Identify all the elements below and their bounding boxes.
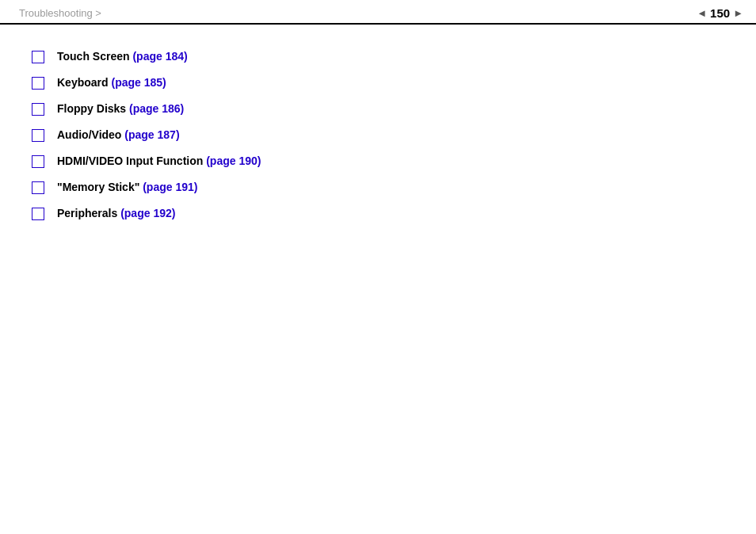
item-page-link[interactable]: (page 191) — [143, 181, 197, 193]
item-label: Touch Screen (page 184) — [57, 50, 188, 63]
arrow-right-icon: ► — [733, 7, 743, 19]
checkbox-icon — [32, 77, 44, 90]
page-number-container: ◄ 150 ► — [697, 6, 743, 20]
item-page-link[interactable]: (page 186) — [129, 102, 184, 115]
item-page-link[interactable]: (page 185) — [111, 76, 166, 89]
checkbox-icon — [32, 208, 44, 220]
breadcrumb: Troubleshooting > — [19, 7, 101, 19]
item-label: "Memory Stick" (page 191) — [57, 181, 197, 193]
checkbox-icon — [32, 51, 44, 63]
item-page-link[interactable]: (page 190) — [206, 154, 261, 167]
item-page-link[interactable]: (page 187) — [124, 128, 179, 141]
checkbox-icon — [32, 155, 44, 168]
list-item: HDMI/VIDEO Input Function (page 190) — [32, 154, 724, 168]
item-label: HDMI/VIDEO Input Function (page 190) — [57, 154, 261, 167]
item-label: Peripherals (page 192) — [57, 207, 175, 219]
checkbox-icon — [32, 103, 44, 116]
list-item: Peripherals (page 192) — [32, 207, 724, 220]
list-item: Floppy Disks (page 186) — [32, 102, 724, 116]
page-header: Troubleshooting > ◄ 150 ► — [0, 0, 756, 25]
content-area: Touch Screen (page 184)Keyboard (page 18… — [0, 25, 756, 249]
item-label: Keyboard (page 185) — [57, 76, 166, 89]
list-item: "Memory Stick" (page 191) — [32, 181, 724, 194]
item-page-link[interactable]: (page 192) — [120, 207, 175, 219]
item-label: Audio/Video (page 187) — [57, 128, 180, 141]
list-item: Audio/Video (page 187) — [32, 128, 724, 142]
item-label: Floppy Disks (page 186) — [57, 102, 184, 115]
checkbox-icon — [32, 181, 44, 194]
list-item: Touch Screen (page 184) — [32, 50, 724, 63]
item-page-link[interactable]: (page 184) — [132, 50, 187, 63]
checkbox-icon — [32, 129, 44, 142]
page-number: 150 — [710, 6, 730, 20]
arrow-left-icon: ◄ — [697, 7, 707, 19]
list-item: Keyboard (page 185) — [32, 76, 724, 90]
